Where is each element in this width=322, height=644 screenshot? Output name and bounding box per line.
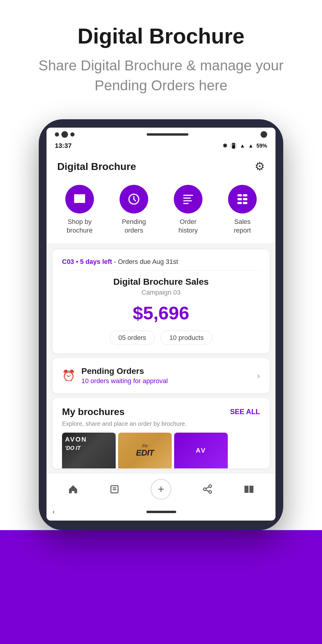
status-time: 13:37 (55, 142, 72, 150)
edit-text: EDIT (136, 448, 154, 458)
notch-center (147, 133, 188, 136)
page-title: Digital Brochure (18, 24, 304, 48)
quick-actions-bar: Shop bybrochure Pendingorders (47, 180, 275, 243)
brochure-nav-icon (244, 484, 254, 495)
avon-logo: AVON (65, 436, 87, 443)
svg-rect-6 (243, 194, 247, 196)
svg-rect-9 (238, 202, 242, 204)
share-icon (202, 484, 213, 495)
nav-add-button[interactable]: + (151, 479, 171, 500)
pending-clock-icon: ⏰ (62, 369, 75, 382)
action-shop-brochure[interactable]: Shop bybrochure (65, 185, 94, 235)
orders-stat: 05 orders (110, 331, 155, 345)
phone-mockup: 13:37 ✱ 📳 ▲ ▲ 59% Digital Brochure ⚙ (39, 119, 283, 530)
battery-icon: 59% (256, 143, 267, 149)
avon-logo2: AV (196, 447, 206, 454)
campaign-highlight: C03 • 5 days left (62, 258, 112, 265)
cam-dot-main (61, 131, 68, 138)
plus-icon: + (158, 484, 164, 495)
orders-icon (109, 484, 120, 495)
sales-card-title: Digital Brochure Sales (62, 277, 260, 287)
action-label-pending: Pendingorders (122, 218, 146, 235)
action-pending-orders[interactable]: Pendingorders (120, 185, 148, 235)
back-arrow[interactable]: ‹ (52, 508, 55, 516)
cam-dot-2 (70, 132, 75, 137)
action-label-shop: Shop bybrochure (67, 218, 93, 235)
do-it-text: 'DO IT (65, 445, 80, 451)
page-subtitle: Share Digital Brochure & manage your Pen… (18, 55, 304, 95)
action-circle-history (174, 185, 202, 213)
action-sales-report[interactable]: Salesreport (228, 185, 257, 235)
brochure-avon2[interactable]: AV (174, 433, 228, 468)
brochure-avon[interactable]: AVON 'DO IT (62, 433, 116, 468)
see-all-button[interactable]: SEE ALL (230, 408, 260, 416)
nav-share[interactable] (202, 484, 213, 495)
nav-orders[interactable] (109, 484, 120, 495)
bluetooth-icon: ✱ (223, 143, 227, 149)
book-open-icon (73, 193, 86, 206)
svg-rect-4 (183, 203, 189, 204)
svg-line-15 (206, 487, 209, 488)
brochures-header: My brochures SEE ALL (62, 406, 260, 417)
sales-card: C03 • 5 days left - Orders due Aug 31st … (52, 250, 270, 353)
home-icon (68, 484, 78, 495)
brochures-images: AVON 'DO IT the EDIT AV (62, 433, 260, 468)
pending-info: Pending Orders 10 orders waiting for app… (81, 366, 168, 385)
action-order-history[interactable]: Orderhistory (174, 185, 202, 235)
phone-screen: Digital Brochure ⚙ Shop bybrochure (47, 151, 275, 520)
pending-title: Pending Orders (81, 366, 168, 376)
sales-stats: 05 orders 10 products (62, 331, 260, 345)
app-header: Digital Brochure ⚙ (47, 151, 275, 180)
phone-bottom-bar: ‹ ‹ (47, 504, 275, 521)
status-icons: ✱ 📳 ▲ ▲ 59% (223, 143, 267, 149)
the-text: the (142, 443, 148, 448)
home-pill[interactable] (146, 511, 176, 513)
front-cam (261, 131, 267, 138)
svg-rect-2 (183, 198, 191, 199)
order-history-icon (182, 193, 195, 206)
settings-icon[interactable]: ⚙ (255, 160, 265, 173)
cam-dot-1 (55, 132, 59, 137)
svg-rect-3 (183, 200, 192, 202)
action-label-sales: Salesreport (234, 218, 251, 235)
svg-rect-8 (243, 198, 247, 200)
brochures-section: My brochures SEE ALL Explore, share and … (52, 398, 270, 468)
pending-left: ⏰ Pending Orders 10 orders waiting for a… (62, 366, 168, 385)
svg-rect-1 (183, 195, 193, 196)
action-label-history: Orderhistory (179, 218, 198, 235)
products-stat: 10 products (161, 331, 212, 345)
sales-amount: $5,696 (62, 302, 260, 323)
svg-line-14 (206, 490, 209, 492)
brochure-edit[interactable]: the EDIT (118, 433, 172, 468)
chevron-right-icon: › (257, 371, 260, 381)
action-circle-shop (65, 185, 94, 213)
svg-rect-10 (243, 202, 247, 204)
sales-campaign-name: Campaign 03 (62, 289, 260, 296)
svg-rect-7 (238, 198, 242, 200)
phone-outer: 13:37 ✱ 📳 ▲ ▲ 59% Digital Brochure ⚙ (39, 119, 283, 530)
app-header-title: Digital Brochure (57, 161, 136, 172)
camera-area (55, 131, 75, 138)
svg-rect-5 (238, 194, 242, 196)
page-header: Digital Brochure Share Digital Brochure … (0, 0, 322, 107)
clock-circle-icon (127, 193, 140, 206)
campaign-divider (62, 270, 260, 271)
vibrate-icon: 📳 (230, 143, 237, 149)
pending-subtitle: 10 orders waiting for approval (81, 377, 168, 385)
bottom-nav: + (47, 473, 275, 504)
sales-report-icon (236, 193, 249, 206)
campaign-badge: C03 • 5 days left - Orders due Aug 31st (62, 258, 260, 266)
campaign-text: - Orders due Aug 31st (114, 258, 178, 265)
front-camera (261, 131, 267, 138)
nav-brochure[interactable] (244, 484, 254, 495)
phone-notch (47, 128, 275, 140)
brochures-description: Explore, share and place an order by bro… (62, 420, 260, 427)
action-circle-pending (120, 185, 148, 213)
action-circle-sales (228, 185, 257, 213)
nav-home[interactable] (68, 484, 78, 495)
brochures-title: My brochures (62, 406, 125, 417)
status-bar: 13:37 ✱ 📳 ▲ ▲ 59% (47, 140, 275, 151)
pending-orders-card[interactable]: ⏰ Pending Orders 10 orders waiting for a… (52, 358, 270, 393)
wifi-icon: ▲ (240, 143, 245, 149)
signal-icon: ▲ (248, 143, 253, 149)
